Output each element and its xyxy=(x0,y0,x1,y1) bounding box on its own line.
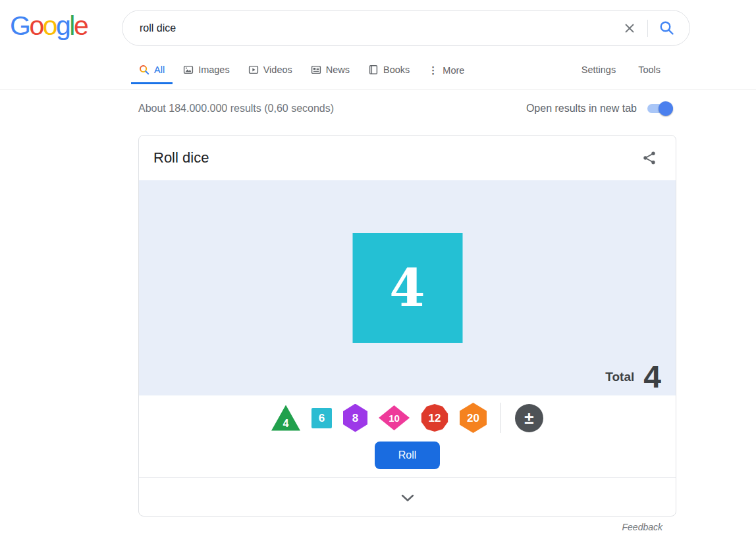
roll-button-row: Roll xyxy=(139,442,676,469)
settings-label: Settings xyxy=(581,64,616,75)
open-results-toggle[interactable] xyxy=(647,104,672,113)
share-icon xyxy=(641,150,657,166)
tab-more-label: More xyxy=(443,65,464,76)
images-icon xyxy=(183,64,194,75)
modifier-button[interactable]: ± xyxy=(515,404,543,432)
die-d8-button[interactable]: 8 xyxy=(343,404,367,432)
die-d4-label: 4 xyxy=(283,418,289,429)
rolled-die[interactable]: 4 xyxy=(352,233,462,343)
close-icon xyxy=(622,21,637,36)
search-bar[interactable] xyxy=(122,10,690,46)
searchbar-divider xyxy=(647,20,648,37)
die-d20-label: 20 xyxy=(467,413,479,424)
die-d6-button[interactable]: 6 xyxy=(311,408,332,428)
toggle-label: Open results in new tab xyxy=(526,103,637,114)
logo-letter: G xyxy=(10,11,29,41)
logo-letter: o xyxy=(43,11,56,41)
logo-letter: g xyxy=(56,11,69,41)
tab-videos[interactable]: Videos xyxy=(240,63,300,84)
videos-icon xyxy=(248,64,259,75)
logo-letter: e xyxy=(74,11,87,41)
logo-letter: o xyxy=(29,11,42,41)
tools-label: Tools xyxy=(638,64,661,75)
total-label: Total xyxy=(605,370,634,384)
tab-books-label: Books xyxy=(383,64,410,75)
chevron-down-icon xyxy=(400,494,415,502)
google-logo[interactable]: Google xyxy=(10,11,87,41)
search-submit-button[interactable] xyxy=(659,20,675,36)
toggle-knob xyxy=(659,101,673,116)
rolled-die-value: 4 xyxy=(389,258,425,318)
total-value: 4 xyxy=(643,361,661,393)
die-d6-label: 6 xyxy=(319,413,325,424)
dice-row-divider xyxy=(500,403,501,433)
tools-button[interactable]: Tools xyxy=(634,63,664,84)
tab-all-label: All xyxy=(154,64,165,75)
tab-images-label: Images xyxy=(198,64,230,75)
die-d4-button[interactable]: 4 xyxy=(271,405,300,431)
die-d8-label: 8 xyxy=(352,413,358,424)
die-d12-label: 12 xyxy=(429,413,441,424)
search-input[interactable] xyxy=(140,22,622,34)
die-d12-button[interactable]: 12 xyxy=(421,404,448,432)
total-readout: Total 4 xyxy=(605,361,661,393)
roll-button[interactable]: Roll xyxy=(375,442,440,469)
logo-letter: l xyxy=(69,11,74,41)
search-icon xyxy=(139,64,149,75)
results-stats-row: About 184.000.000 results (0,60 seconds)… xyxy=(138,103,672,114)
tab-images[interactable]: Images xyxy=(175,63,238,84)
tab-all[interactable]: All xyxy=(131,63,173,84)
books-icon xyxy=(368,64,379,75)
new-tab-toggle-group: Open results in new tab xyxy=(526,103,672,114)
search-icon xyxy=(659,20,675,36)
die-d10-button[interactable]: 10 xyxy=(379,405,410,430)
widget-title: Roll dice xyxy=(153,149,209,166)
dice-selector-row: 4 6 8 10 12 20 ± xyxy=(139,402,676,434)
tab-books[interactable]: Books xyxy=(360,63,418,84)
tab-more[interactable]: ⋮ More xyxy=(420,63,472,86)
die-d20-button[interactable]: 20 xyxy=(460,403,487,433)
die-d10-label: 10 xyxy=(389,413,400,423)
results-count: About 184.000.000 results (0,60 seconds) xyxy=(138,103,334,114)
feedback-link[interactable]: Feedback xyxy=(622,522,662,532)
dice-result-panel: 4 Total 4 xyxy=(139,180,676,395)
news-icon xyxy=(311,64,321,75)
tabs-right-group: Settings Tools xyxy=(576,63,756,84)
search-tabs: All Images Videos News Books xyxy=(0,63,756,89)
clear-search-button[interactable] xyxy=(622,21,637,36)
share-button[interactable] xyxy=(641,150,657,166)
roll-dice-widget: Roll dice 4 Total 4 4 6 8 xyxy=(138,135,676,517)
more-icon: ⋮ xyxy=(428,64,438,76)
tab-news[interactable]: News xyxy=(303,63,358,84)
expand-widget-button[interactable] xyxy=(139,478,676,517)
plus-minus-icon: ± xyxy=(524,409,533,426)
tab-videos-label: Videos xyxy=(263,64,292,75)
widget-header: Roll dice xyxy=(139,136,676,180)
settings-button[interactable]: Settings xyxy=(578,63,620,84)
tab-news-label: News xyxy=(326,64,350,75)
